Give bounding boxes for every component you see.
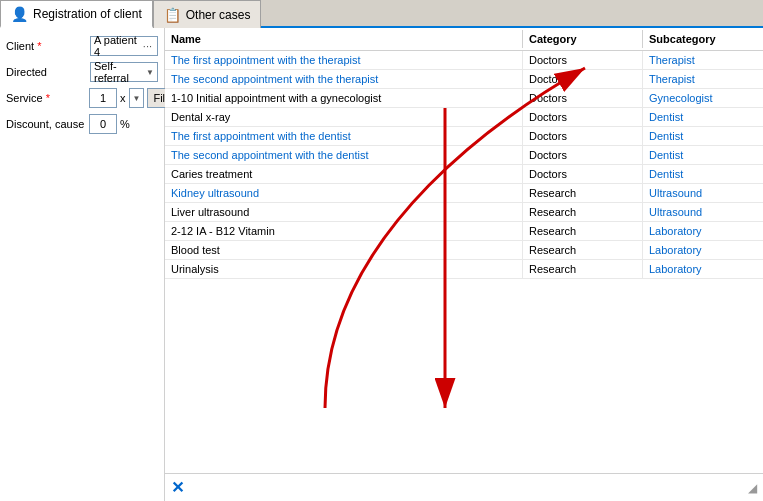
- header-category: Category: [523, 30, 643, 48]
- main-content: Client * A patient 4 ··· Directed Self-r…: [0, 28, 763, 501]
- table-row[interactable]: Liver ultrasoundResearchUltrasound: [165, 203, 763, 222]
- cell-category: Research: [523, 184, 643, 202]
- user-icon: 👤: [11, 6, 28, 22]
- directed-label: Directed: [6, 66, 86, 78]
- cell-category: Doctors: [523, 146, 643, 164]
- tab-registration[interactable]: 👤 Registration of client: [0, 0, 153, 28]
- cell-category: Research: [523, 203, 643, 221]
- resize-handle[interactable]: ◢: [748, 481, 757, 495]
- cell-name: Blood test: [165, 241, 523, 259]
- cell-subcategory: Dentist: [643, 165, 763, 183]
- cell-category: Doctors: [523, 127, 643, 145]
- service-row: Service * x ▼ Filter ▦: [6, 88, 158, 108]
- client-label: Client *: [6, 40, 86, 52]
- cell-subcategory: Laboratory: [643, 260, 763, 278]
- cell-name: 1-10 Initial appointment with a gynecolo…: [165, 89, 523, 107]
- table-row[interactable]: 1-10 Initial appointment with a gynecolo…: [165, 89, 763, 108]
- cell-subcategory: Therapist: [643, 70, 763, 88]
- table-row[interactable]: Caries treatmentDoctorsDentist: [165, 165, 763, 184]
- cell-subcategory: Dentist: [643, 127, 763, 145]
- client-dots-button[interactable]: ···: [141, 40, 154, 52]
- cell-category: Research: [523, 222, 643, 240]
- client-required: *: [34, 40, 41, 52]
- cell-category: Doctors: [523, 70, 643, 88]
- tab-other-cases-label: Other cases: [186, 8, 251, 22]
- service-label: Service *: [6, 92, 86, 104]
- add-row-button[interactable]: ✕: [171, 478, 184, 497]
- tab-bar: 👤 Registration of client 📋 Other cases: [0, 0, 763, 28]
- directed-select[interactable]: Self-referral ▼: [90, 62, 158, 82]
- table-row[interactable]: The second appointment with the therapis…: [165, 70, 763, 89]
- right-panel: Name Category Subcategory The first appo…: [165, 28, 763, 501]
- cell-subcategory: Ultrasound: [643, 184, 763, 202]
- cell-subcategory: Dentist: [643, 146, 763, 164]
- table-row[interactable]: Kidney ultrasoundResearchUltrasound: [165, 184, 763, 203]
- directed-arrow-icon: ▼: [146, 68, 154, 77]
- header-subcategory: Subcategory: [643, 30, 763, 48]
- table-row[interactable]: The first appointment with the therapist…: [165, 51, 763, 70]
- table-body: The first appointment with the therapist…: [165, 51, 763, 473]
- service-dropdown-arrow-icon: ▼: [133, 94, 141, 103]
- discount-label: Discount, cause: [6, 118, 86, 130]
- left-panel: Client * A patient 4 ··· Directed Self-r…: [0, 28, 165, 501]
- client-value: A patient 4: [94, 34, 141, 58]
- table-row[interactable]: The first appointment with the dentistDo…: [165, 127, 763, 146]
- header-name: Name: [165, 30, 523, 48]
- tab-other-cases[interactable]: 📋 Other cases: [153, 0, 262, 28]
- cell-category: Doctors: [523, 51, 643, 69]
- cell-name: Urinalysis: [165, 260, 523, 278]
- cell-subcategory: Therapist: [643, 51, 763, 69]
- table-row[interactable]: Blood testResearchLaboratory: [165, 241, 763, 260]
- cell-name[interactable]: Kidney ultrasound: [165, 184, 523, 202]
- cell-category: Research: [523, 260, 643, 278]
- cell-category: Doctors: [523, 89, 643, 107]
- service-dropdown[interactable]: ▼: [129, 88, 145, 108]
- table-header: Name Category Subcategory: [165, 28, 763, 51]
- directed-row: Directed Self-referral ▼: [6, 62, 158, 82]
- cell-subcategory: Dentist: [643, 108, 763, 126]
- table-row[interactable]: The second appointment with the dentistD…: [165, 146, 763, 165]
- cell-subcategory: Gynecologist: [643, 89, 763, 107]
- service-quantity-input[interactable]: [89, 88, 117, 108]
- service-x-label: x: [120, 92, 126, 104]
- directed-value: Self-referral: [94, 60, 146, 84]
- discount-row: Discount, cause %: [6, 114, 158, 134]
- client-input-container: A patient 4 ···: [90, 36, 158, 56]
- cell-subcategory: Laboratory: [643, 222, 763, 240]
- table-footer: ✕ ◢: [165, 473, 763, 501]
- percent-label: %: [120, 118, 130, 130]
- cell-name: Liver ultrasound: [165, 203, 523, 221]
- cell-name[interactable]: The second appointment with the dentist: [165, 146, 523, 164]
- cell-subcategory: Laboratory: [643, 241, 763, 259]
- clipboard-icon: 📋: [164, 7, 181, 23]
- table-row[interactable]: 2-12 IA - B12 VitaminResearchLaboratory: [165, 222, 763, 241]
- cell-name: 2-12 IA - B12 Vitamin: [165, 222, 523, 240]
- cell-name[interactable]: The first appointment with the dentist: [165, 127, 523, 145]
- cell-name: Caries treatment: [165, 165, 523, 183]
- cell-category: Doctors: [523, 108, 643, 126]
- discount-input[interactable]: [89, 114, 117, 134]
- tab-registration-label: Registration of client: [33, 7, 142, 21]
- cell-name[interactable]: The first appointment with the therapist: [165, 51, 523, 69]
- cell-subcategory: Ultrasound: [643, 203, 763, 221]
- table-row[interactable]: Dental x-rayDoctorsDentist: [165, 108, 763, 127]
- cell-name[interactable]: The second appointment with the therapis…: [165, 70, 523, 88]
- cell-category: Doctors: [523, 165, 643, 183]
- cell-category: Research: [523, 241, 643, 259]
- table-row[interactable]: UrinalysisResearchLaboratory: [165, 260, 763, 279]
- cell-name: Dental x-ray: [165, 108, 523, 126]
- client-row: Client * A patient 4 ···: [6, 36, 158, 56]
